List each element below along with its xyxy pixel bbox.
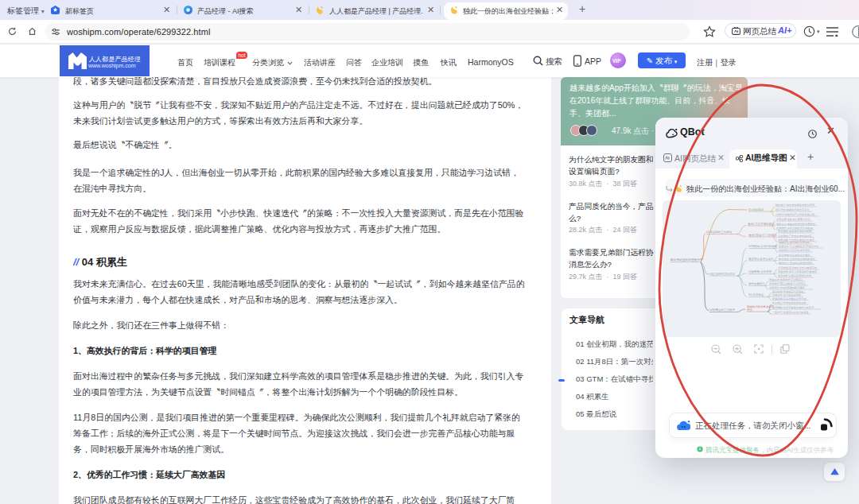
svg-text:GTM策略:从0到1的探索: GTM策略:从0到1的探索 [748,244,778,248]
svg-text:形成机制·沉淀为团队工作习惯: 形成机制·沉淀为团队工作习惯 [772,297,807,300]
svg-text:踏出国门·无惧未知挑战勇敢启程迈: 踏出国门·无惧未知挑战勇敢启程迈 [775,204,815,207]
svg-text:时间锚点·拆解阶段性目标推进: 时间锚点·拆解阶段性目标推进 [772,301,807,304]
svg-text:坚持复盘·每周固定对齐进展: 坚持复盘·每周固定对齐进展 [772,290,804,293]
svg-text:渠道测试:多平台并行: 渠道测试:多平台并行 [748,257,774,261]
svg-text:01.创业期03: 01.创业期03 [748,208,764,211]
svg-text:借助工具·用翻译软件辅助沟通协作: 借助工具·用翻译软件辅助沟通协作 [776,222,816,226]
svg-text:明确定位·聚焦细分市场需求: 明确定位·聚焦细分市场需求 [779,241,810,244]
svg-text:快速试水·小步快跑迭代CP验证方向: 快速试水·小步快跑迭代CP验证方向 [778,244,818,248]
svg-text:获客困难·买量成本远高于预期: 获客困难·买量成本远高于预期 [778,230,812,233]
svg-text:02创业期的三大挑战: 02创业期的三大挑战 [706,230,732,234]
svg-text:一鼓作气·衔接海外正式公测筹备: 一鼓作气·衔接海外正式公测筹备 [772,311,809,314]
svg-text:理法: 理法 [747,308,752,312]
svg-text:难关2:重金打"门"的困扰: 难关2:重金打"门"的困扰 [748,233,777,237]
svg-text:复盘优化·沉淀可复用方法论: 复盘优化·沉淀可复用方法论 [779,249,810,252]
svg-text:数据驱动·以转化率筛选优质渠道: 数据驱动·以转化率筛选优质渠道 [779,258,815,261]
svg-text:语言不通·团队无人精通小语种: 语言不通·团队无人精通小语种 [776,217,810,221]
svg-text:锚定方向·明确出海目标与定位: 锚定方向·明确出海目标与定位 [775,208,810,211]
svg-text:04积累生的三点收获: 04积累生的三点收获 [709,308,735,312]
svg-text:目标画像迭代: 目标画像迭代 [748,282,765,285]
svg-text:动态调整·以数据反馈修正方向: 动态调整·以数据反馈修正方向 [778,274,812,277]
svg-text:90+天复盘会: 90+天复盘会 [748,293,764,297]
svg-text:小范围验·证后再放大投放规模范围: 小范围验·证后再放大投放规模范围 [778,266,817,269]
svg-text:访谈用户·逐步收敛核心人群特征: 访谈用户·逐步收敛核心人群特征 [769,281,806,285]
svg-text:画像不清·早期用户定位偏宽泛: 画像不清·早期用户定位偏宽泛 [769,278,803,281]
svg-text:试错两周+半年规划: 试错两周+半年规划 [748,269,772,273]
svg-text:AI出海创业60天经验分享: AI出海创业60天经验分享 [670,258,703,262]
svg-text:长线思维·锚定半年期目标节奏规划: 长线思维·锚定半年期目标节奏规划 [778,269,817,273]
svg-text:难关1:语言不通的困扰: 难关1:语言不通的困扰 [748,222,775,226]
svg-text:聚焦投放·资源向头部渠道倾斜: 聚焦投放·资源向头部渠道倾斜 [779,262,813,265]
svg-text:持续修正·image画像随数据更新: 持续修正·image画像随数据更新 [769,286,806,289]
svg-text:多端布局·同步测试各大渠道: 多端布局·同步测试各大渠道 [779,254,810,257]
svg-text:入不敷出·广告投放回报率过低: 入不敷出·广告投放回报率过低 [778,235,812,238]
svg-text:03在试错中寻找方向: 03在试错中寻找方向 [709,272,735,276]
svg-text:从0到1·完成海外产品初版搭建上线: 从0到1·完成海外产品初版搭建上线 [775,213,815,216]
svg-text:问题暴露·逼大家直面短板: 问题暴露·逼大家直面短板 [772,293,802,297]
svg-text:里程碑制·倒排节奏保障国内公测11.8: 里程碑制·倒排节奏保障国内公测11.8 [772,306,814,309]
